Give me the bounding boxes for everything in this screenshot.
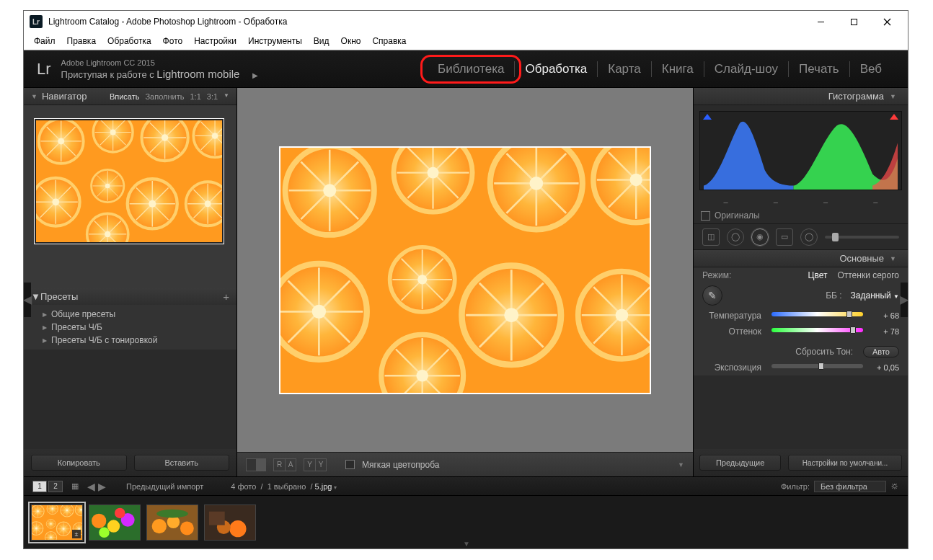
before-after-lr-button[interactable]: RA xyxy=(273,458,296,471)
window-title: Lightroom Catalog - Adobe Photoshop Ligh… xyxy=(48,17,287,27)
app-icon: Lr xyxy=(30,15,43,28)
thumbnail[interactable] xyxy=(89,505,141,541)
preset-folder[interactable]: ▶Общие пресеты xyxy=(24,308,236,321)
thumbnail[interactable] xyxy=(146,505,198,541)
photo-count: 4 фото / 1 выбрано / 5.jpg ▾ xyxy=(231,482,337,491)
thumbnail[interactable]: ± xyxy=(31,505,83,541)
menu-file[interactable]: Файл xyxy=(30,35,60,48)
treatment-color[interactable]: Цвет xyxy=(808,270,828,280)
copy-button[interactable]: Копировать xyxy=(31,455,127,471)
bottom-panel-toggle[interactable]: ▼ xyxy=(463,540,469,548)
nav-fill[interactable]: Заполнить xyxy=(145,92,184,101)
nav-fwd[interactable]: ▶ xyxy=(98,481,106,492)
chevron-down-icon: ▼ xyxy=(31,291,40,302)
navigator-header[interactable]: ▼ Навигатор Вписать Заполнить 1:1 3:1 ▼ xyxy=(24,88,236,105)
spot-tool[interactable]: ◯ xyxy=(727,228,744,246)
brand-mobile-link[interactable]: Приступая к работе с Lightroom mobile ▶ xyxy=(61,68,258,80)
loupe-view-button[interactable] xyxy=(246,458,266,471)
exposure-label: Экспозиция xyxy=(702,363,767,373)
exposure-value[interactable]: + 0,05 xyxy=(867,363,899,372)
filter-select[interactable]: Без фильтра xyxy=(814,481,886,492)
tint-slider[interactable] xyxy=(771,328,863,335)
tint-value[interactable]: + 78 xyxy=(867,327,899,336)
svg-rect-24 xyxy=(851,19,857,25)
preset-folder[interactable]: ▶Пресеты Ч/Б с тонировкой xyxy=(24,334,236,347)
gradient-tool[interactable]: ▭ xyxy=(776,228,793,246)
nav-fit[interactable]: Вписать xyxy=(110,92,140,101)
monitor-switch[interactable]: 1 2 xyxy=(32,481,63,492)
menu-window[interactable]: Окно xyxy=(337,35,366,48)
originals-row[interactable]: Оригиналы xyxy=(694,208,908,224)
preset-list: ▶Общие пресеты ▶Пресеты Ч/Б ▶Пресеты Ч/Б… xyxy=(24,305,236,350)
source-label[interactable]: Предыдущий импорт xyxy=(126,482,203,491)
brand-version: Adobe Lightroom CC 2015 xyxy=(61,58,258,68)
nav-1to1[interactable]: 1:1 xyxy=(190,92,200,101)
nav-back[interactable]: ◀ xyxy=(87,481,95,492)
thumbnail[interactable] xyxy=(204,505,256,541)
shadow-clip-indicator[interactable] xyxy=(703,114,712,120)
wb-eyedropper[interactable]: ✎ xyxy=(702,285,722,306)
previous-button[interactable]: Предыдущие xyxy=(699,455,781,471)
workspace: ◀ ▶ ▼ Навигатор Вписать Заполнить 1:1 3:… xyxy=(24,88,908,476)
grid-icon[interactable]: ▦ xyxy=(71,481,79,491)
originals-checkbox[interactable] xyxy=(701,211,710,221)
brush-size-slider[interactable] xyxy=(825,236,899,239)
presets-header[interactable]: ▼ Пресеты + xyxy=(24,288,236,305)
menu-help[interactable]: Справка xyxy=(368,35,410,48)
module-book[interactable]: Книга xyxy=(652,58,704,81)
module-develop[interactable]: Обработка xyxy=(515,58,597,81)
maximize-button[interactable] xyxy=(837,12,870,32)
paste-button[interactable]: Вставить xyxy=(134,455,230,471)
module-print[interactable]: Печать xyxy=(789,58,849,81)
nav-3to1[interactable]: 3:1 xyxy=(207,92,218,101)
menu-edit[interactable]: Правка xyxy=(63,35,101,48)
module-library[interactable]: Библиотека xyxy=(428,58,514,81)
menu-photo[interactable]: Фото xyxy=(159,35,187,48)
menu-view[interactable]: Вид xyxy=(309,35,334,48)
temp-value[interactable]: + 68 xyxy=(867,311,899,320)
play-icon: ▶ xyxy=(252,71,258,79)
right-panel-toggle[interactable]: ▶ xyxy=(901,283,908,317)
before-after-tb-button[interactable]: YY xyxy=(304,458,327,471)
wb-preset[interactable]: Заданный ▼ xyxy=(851,290,899,301)
auto-tone-button[interactable]: Авто xyxy=(863,346,899,357)
module-web[interactable]: Веб xyxy=(850,58,892,81)
radial-tool[interactable]: ◯ xyxy=(800,228,818,246)
exposure-slider[interactable] xyxy=(771,364,863,371)
minimize-button[interactable] xyxy=(804,12,837,32)
identity-module-bar: Lr Adobe Lightroom CC 2015 Приступая к р… xyxy=(24,50,908,88)
preset-folder[interactable]: ▶Пресеты Ч/Б xyxy=(24,321,236,334)
nav-zoom-dropdown[interactable]: ▼ xyxy=(224,92,229,101)
softproof-label: Мягкая цветопроба xyxy=(362,460,439,470)
module-slideshow[interactable]: Слайд-шоу xyxy=(704,58,788,81)
temp-slider[interactable] xyxy=(771,312,863,319)
left-panel-toggle[interactable]: ◀ xyxy=(24,283,31,317)
module-map[interactable]: Карта xyxy=(598,58,651,81)
histogram[interactable] xyxy=(699,111,902,190)
filter-lock-icon[interactable]: ⛭ xyxy=(890,481,899,492)
develop-toolbar: RA YY Мягкая цветопроба ▼ xyxy=(237,452,693,476)
menu-settings[interactable]: Настройки xyxy=(190,35,241,48)
reset-button[interactable]: Настройки по умолчани... xyxy=(788,455,902,471)
redeye-tool[interactable]: ◉ xyxy=(751,228,769,246)
reset-tone-label[interactable]: Сбросить Тон: xyxy=(795,347,853,357)
toolbar-menu[interactable]: ▼ xyxy=(678,461,684,468)
menu-develop[interactable]: Обработка xyxy=(103,35,156,48)
navigator-preview[interactable] xyxy=(24,105,236,250)
main-image xyxy=(279,146,651,394)
right-panel: Гистограмма ▼ –––– Оригиналы xyxy=(693,88,908,476)
softproof-checkbox[interactable] xyxy=(345,460,355,469)
treatment-gray[interactable]: Оттенки серого xyxy=(837,270,899,280)
basic-header[interactable]: Основные ▼ xyxy=(694,250,908,267)
treatment-label: Режим: xyxy=(702,270,731,280)
develop-badge-icon: ± xyxy=(72,530,81,538)
crop-tool[interactable]: ◫ xyxy=(702,228,720,246)
add-preset-button[interactable]: + xyxy=(223,290,229,303)
menu-tools[interactable]: Инструменты xyxy=(244,35,306,48)
highlight-clip-indicator[interactable] xyxy=(890,114,898,120)
module-picker: Библиотека Обработка Карта Книга Слайд-ш… xyxy=(428,58,892,81)
histogram-header[interactable]: Гистограмма ▼ xyxy=(694,88,908,105)
image-canvas[interactable] xyxy=(237,88,693,452)
close-button[interactable] xyxy=(870,12,903,32)
filmstrip-info-bar: 1 2 ▦ ◀▶ Предыдущий импорт 4 фото / 1 вы… xyxy=(24,476,908,495)
